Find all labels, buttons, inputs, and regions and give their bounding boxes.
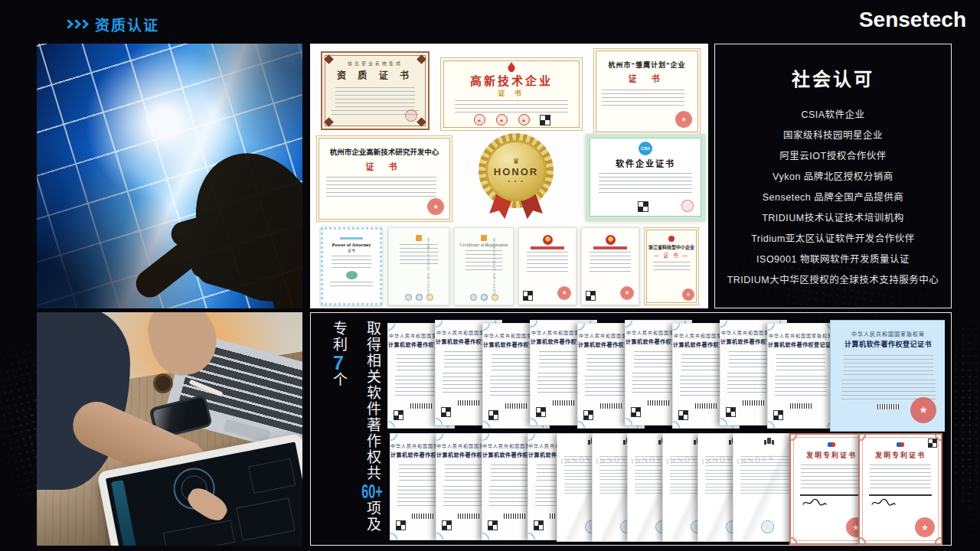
seal-icon (557, 286, 571, 300)
software-copyright-certificate-large: 中华人民共和国国家版权局 计算机软件著作权登记证书 (830, 320, 945, 432)
cnipa-logo-icon (895, 441, 906, 448)
qr-code-icon (679, 411, 688, 419)
certificate-header: 中华人民共和国国家版权局 (768, 332, 834, 339)
seal-icon (346, 271, 358, 279)
qr-code-icon (488, 521, 497, 530)
photo-workdesk-devices (37, 312, 302, 546)
patents-caption: 取得相关软件著作权共60+项及 专利7个 (322, 321, 389, 544)
certificate-text-lines (400, 244, 438, 267)
divider (800, 494, 864, 496)
qr-code-icon (394, 411, 403, 419)
caption-line-2: 专利7个 (322, 321, 355, 544)
seal-icon (910, 397, 936, 423)
medal-label: HONOR (494, 166, 538, 178)
qr-code-icon (774, 411, 782, 419)
certificate-title: 发明专利证书 (860, 450, 941, 460)
header: 资质认证 (65, 14, 159, 34)
certificate-power-of-attorney: Power of Attorney 证书 (321, 227, 382, 305)
seal-icon (474, 114, 485, 126)
brand-logo: Sensetech (859, 8, 966, 32)
certificate-side-text: CERTIFICATE OF REGISTRATION (427, 237, 431, 296)
seal-icon (481, 294, 488, 301)
certificate-header: 信息安全系统集成 (322, 60, 428, 67)
certificate-subtitle: 证 书 (317, 160, 452, 172)
social-recognition-panel: 社会认可 CSIA软件企业 国家级科技园明星企业 阿里云IOT授权合作伙伴 Vy… (714, 44, 952, 308)
barcode-icon (695, 403, 717, 409)
seal-icon (405, 109, 417, 122)
seal-icon (492, 294, 498, 301)
certificate-text-lines (326, 177, 436, 200)
seal-icon (915, 517, 935, 537)
barcode-icon (410, 403, 432, 409)
qr-code-icon (442, 408, 450, 416)
seal-icon (681, 200, 694, 212)
seal-icon (427, 198, 444, 215)
barcode-icon (458, 514, 479, 519)
honor-medal: ♛ HONOR • • • (471, 133, 561, 222)
certificate-text-lines (775, 376, 826, 399)
certificate-text-lines (602, 90, 684, 108)
certificate-text-lines (335, 87, 416, 107)
social-recognition-title: 社会认可 (715, 64, 951, 91)
certificate-text-lines (455, 100, 567, 112)
barcode-icon (504, 514, 525, 519)
flower-logo-icon (668, 236, 675, 242)
certificate-title: 计算机软件著作权登记证书 (768, 341, 834, 348)
photo-touchscreen-wall (37, 44, 302, 308)
seal-icon (470, 294, 477, 301)
qr-code-icon (534, 521, 543, 530)
csia-logo-icon: CSIA (639, 142, 652, 155)
seal-icon (675, 111, 692, 128)
certificate-title: 计算机软件著作权登记证书 (831, 339, 945, 349)
certificate-title: Power of Attorney (323, 242, 380, 247)
chevrons-icon (65, 21, 87, 28)
certificate-text-lines (599, 173, 693, 193)
certificate-text-lines (653, 262, 691, 272)
certificate-title: 资 质 证 书 (322, 68, 428, 81)
qr-code-icon (929, 439, 936, 447)
qr-code-icon (541, 116, 550, 125)
software-copyright-certificate: 中华人民共和国国家版权局 计算机软件著作权登记证书 (767, 323, 835, 429)
certificate-title: 软件企业证书 (590, 157, 701, 169)
certificate-security-integration: 信息安全系统集成 资 质 证 书 (321, 51, 430, 130)
certificate-text-lines (590, 252, 632, 275)
qr-code-icon (443, 521, 451, 530)
certificate-text-lines (330, 282, 373, 289)
national-emblem-icon (543, 235, 553, 245)
barcode-icon (505, 403, 527, 409)
barcode-icon (458, 400, 479, 406)
seal-icon (416, 294, 423, 301)
social-recognition-item: TRIDIUM大中华区授权的全球技术支持服务中心 (715, 270, 951, 291)
seal-icon (518, 114, 530, 126)
qr-code-icon (632, 408, 640, 416)
barcode-icon (553, 400, 574, 406)
barcode-icon (600, 403, 622, 409)
certificate-title-bar (593, 246, 627, 249)
qr-code-icon (489, 411, 498, 419)
certificate-registration-emblem-1 (518, 227, 577, 305)
social-recognition-item: TRIDIUM技术认证技术培训机构 (715, 208, 951, 229)
certificate-rnd-center: 杭州市企业高新技术研究开发中心 证 书 (316, 135, 452, 222)
seal-icon (682, 289, 694, 301)
social-recognition-item: ISO9001 物联网软件开发质量认证 (715, 249, 951, 270)
certificate-text-lines (844, 355, 933, 375)
certificate-text-lines (776, 354, 825, 371)
certificate-subtitle: 证 书 (441, 88, 582, 98)
certificate-of-registration-2: CERTIFICATE OF REGISTRATION Certificate … (454, 227, 514, 305)
certificate-side-text: CERTIFICATE OF REGISTRATION (493, 237, 497, 296)
certificates-panel: 信息安全系统集成 资 质 证 书 高新技术企业 证 书 杭州市“雏鹰计划”企业 … (310, 44, 708, 308)
barcode-icon (743, 400, 764, 406)
software-copyright-certificates-row: 中华人民共和国国家版权局 计算机软件著作权登记证书 中华人民共和国国家版权局 计… (387, 320, 945, 433)
certificate-zhejiang-sme: 浙江省科技型中小企业 — 证 书 — (644, 227, 699, 305)
invention-patent-certificate: 发明专利证书 (858, 433, 942, 545)
certificate-title-bar (531, 246, 564, 249)
divider (869, 494, 933, 496)
flame-logo-icon (508, 62, 515, 72)
seal-icon (496, 114, 508, 126)
patent-count: 7 (328, 353, 349, 372)
certificate-header: 中华人民共和国国家版权局 (831, 330, 945, 337)
barcode-icon (412, 514, 433, 519)
qr-code-icon (537, 408, 545, 416)
copyright-count: 60+ (361, 481, 383, 500)
hand-silhouette (37, 44, 302, 308)
